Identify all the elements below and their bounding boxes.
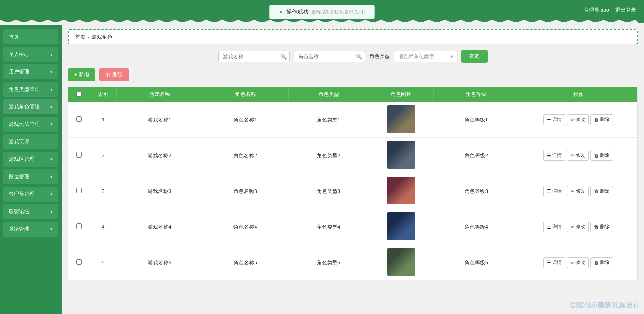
sidebar-item-8[interactable]: 段位管理▾ (3, 169, 58, 184)
row-game-name: 游戏名称5 (117, 245, 202, 281)
row-checkbox[interactable] (76, 152, 82, 158)
logout-button[interactable]: 退出登录 (615, 6, 636, 13)
edit-button[interactable]: ✏ 修改 (567, 222, 589, 232)
detail-icon: ☰ (547, 153, 551, 158)
sidebar-item-label: 游戏玩评 (9, 138, 29, 145)
sidebar-item-0[interactable]: 首页 (3, 29, 58, 44)
role-type-select[interactable]: 请选择角色类型 (394, 51, 457, 62)
main-layout: 首页个人中心▾用户管理▾角色类型管理▾游戏角色管理▾游戏玩法管理▾游戏玩评游戏区… (0, 25, 644, 314)
delete-icon: 🗑 (594, 189, 599, 194)
row-checkbox[interactable] (76, 188, 82, 193)
row-role-img (369, 245, 433, 281)
sidebar-item-9[interactable]: 管理员管理▾ (3, 187, 58, 202)
sidebar-arrow-icon: ▾ (50, 122, 53, 127)
sidebar-item-6[interactable]: 游戏玩评 (3, 134, 58, 149)
ops-wrap: ☰ 详情 ✏ 修改 🗑 删除 (523, 222, 634, 232)
row-checkbox-cell (68, 173, 90, 209)
edit-button[interactable]: ✏ 修改 (567, 257, 589, 268)
table-row: 5 游戏名称5 角色名称5 角色类型5 角色等级5 ☰ 详情 ✏ 修改 🗑 (68, 245, 637, 281)
top-bar: ● 操作成功 删除成功(3秒后自动关闭) 管理员 abo 退出登录 (0, 0, 644, 20)
detail-button[interactable]: ☰ 详情 (543, 186, 565, 196)
row-role-img (369, 138, 433, 173)
detail-button[interactable]: ☰ 详情 (543, 257, 565, 268)
row-role-name: 角色名称5 (202, 245, 288, 281)
game-name-search-wrap: 🔍 (218, 51, 290, 62)
edit-label: 修改 (576, 116, 585, 123)
detail-label: 详情 (552, 152, 562, 159)
breadcrumb-separator: / (88, 34, 89, 40)
row-role-level: 角色等级4 (433, 209, 519, 245)
trash-icon: 🗑 (106, 72, 111, 78)
row-checkbox[interactable] (76, 116, 82, 122)
breadcrumb-home[interactable]: 首页 (75, 33, 85, 40)
row-role-name: 角色名称1 (202, 102, 288, 138)
sidebar-item-11[interactable]: 系统管理▾ (3, 222, 58, 237)
row-role-name: 角色名称3 (202, 173, 288, 209)
delete-icon: 🗑 (594, 117, 599, 123)
sidebar-arrow-icon: ▾ (50, 174, 53, 179)
sidebar-item-10[interactable]: 联盟论坛▾ (3, 204, 58, 219)
search-bar: 🔍 🔍 角色类型 请选择角色类型 ▼ 查询 (68, 50, 638, 63)
edit-label: 修改 (576, 152, 585, 159)
detail-label: 详情 (552, 116, 562, 123)
detail-button[interactable]: ☰ 详情 (543, 150, 565, 161)
sidebar-arrow-icon: ▾ (50, 87, 53, 92)
toast-icon: ● (279, 8, 283, 15)
delete-button[interactable]: 🗑 删除 (590, 150, 613, 161)
data-table-wrap: 索引 游戏名称 角色名称 角色类型 角色图片 角色等级 操作 1 游戏名称1 角… (68, 87, 638, 281)
delete-label: 删除 (600, 116, 609, 123)
sidebar-item-label: 游戏区管理 (9, 156, 35, 163)
row-role-img (369, 209, 433, 245)
select-all-checkbox[interactable] (76, 91, 82, 97)
detail-label: 详情 (552, 223, 562, 230)
row-role-img (369, 102, 433, 138)
delete-button[interactable]: 🗑 删除 (590, 114, 613, 125)
breadcrumb: 首页 / 游戏角色 (68, 29, 638, 44)
sidebar-arrow-icon: ▾ (50, 104, 53, 110)
sidebar-item-1[interactable]: 个人中心▾ (3, 47, 58, 62)
ops-wrap: ☰ 详情 ✏ 修改 🗑 删除 (523, 186, 634, 196)
row-checkbox[interactable] (76, 259, 82, 265)
sidebar-item-7[interactable]: 游戏区管理▾ (3, 152, 58, 167)
edit-icon: ✏ (571, 224, 575, 230)
detail-button[interactable]: ☰ 详情 (543, 222, 565, 232)
edit-button[interactable]: ✏ 修改 (567, 150, 589, 161)
detail-button[interactable]: ☰ 详情 (543, 114, 565, 125)
sidebar-item-2[interactable]: 用户管理▾ (3, 64, 58, 79)
game-name-input[interactable] (218, 51, 290, 62)
table-head: 索引 游戏名称 角色名称 角色类型 角色图片 角色等级 操作 (68, 87, 637, 102)
delete-button[interactable]: 🗑 删除 (590, 257, 613, 268)
edit-button[interactable]: ✏ 修改 (567, 114, 589, 125)
row-role-name: 角色名称2 (202, 138, 288, 173)
row-index: 5 (90, 245, 117, 281)
role-name-search-wrap: 🔍 (294, 51, 365, 62)
detail-label: 详情 (552, 259, 562, 266)
sidebar-item-4[interactable]: 游戏角色管理▾ (3, 99, 58, 114)
sidebar-item-3[interactable]: 角色类型管理▾ (3, 82, 58, 97)
detail-icon: ☰ (547, 224, 551, 230)
toast-notification: ● 操作成功 删除成功(3秒后自动关闭) (269, 5, 375, 19)
delete-label: 删除 (600, 259, 609, 266)
role-name-input[interactable] (294, 51, 365, 62)
delete-label: 删除 (600, 223, 609, 230)
table-row: 3 游戏名称3 角色名称3 角色类型3 角色等级3 ☰ 详情 ✏ 修改 🗑 (68, 173, 637, 209)
row-role-type: 角色类型2 (288, 138, 369, 173)
delete-icon: 🗑 (594, 260, 599, 266)
role-type-label: 角色类型 (369, 53, 390, 60)
edit-button[interactable]: ✏ 修改 (567, 186, 589, 196)
row-checkbox[interactable] (76, 223, 82, 229)
row-game-name: 游戏名称4 (117, 209, 202, 245)
batch-delete-button[interactable]: 🗑 删除 (99, 68, 129, 81)
sidebar-item-5[interactable]: 游戏玩法管理▾ (3, 117, 58, 132)
row-role-type: 角色类型3 (288, 173, 369, 209)
row-ops: ☰ 详情 ✏ 修改 🗑 删除 (519, 173, 637, 209)
query-button[interactable]: 查询 (461, 50, 488, 63)
breadcrumb-current: 游戏角色 (92, 33, 112, 40)
row-role-level: 角色等级3 (433, 173, 519, 209)
header-index: 索引 (90, 87, 117, 102)
delete-button[interactable]: 🗑 删除 (590, 222, 613, 232)
delete-button[interactable]: 🗑 删除 (590, 186, 613, 196)
add-button[interactable]: + 新增 (68, 68, 95, 81)
ops-wrap: ☰ 详情 ✏ 修改 🗑 删除 (523, 257, 634, 268)
top-bar-user-area: 管理员 abo 退出登录 (584, 6, 636, 13)
